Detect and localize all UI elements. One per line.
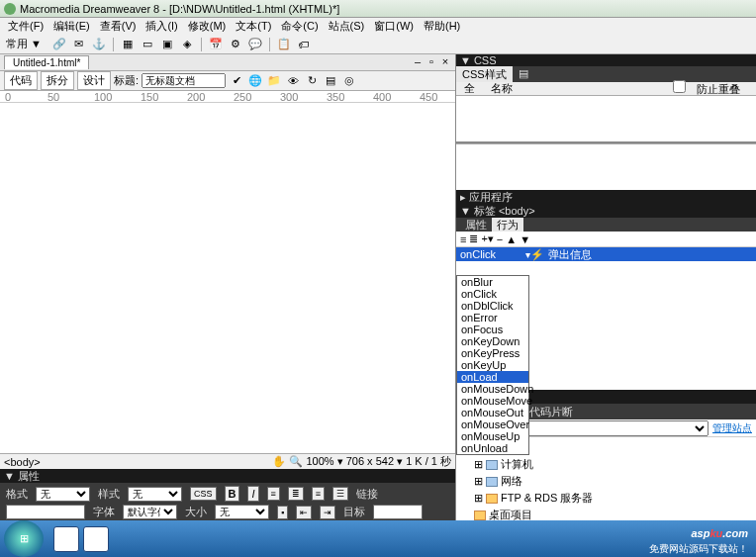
target-input[interactable] [373, 505, 423, 519]
menu-text[interactable]: 文本(T) [232, 19, 275, 34]
add-behavior-icon[interactable]: +▾ [481, 232, 493, 245]
css-button[interactable]: CSS [190, 487, 217, 501]
font-select[interactable]: 默认字体 [123, 505, 177, 519]
move-up-icon[interactable]: ▲ [506, 233, 517, 245]
hyperlink-icon[interactable]: 🔗 [51, 37, 67, 52]
italic-button[interactable]: I [247, 486, 258, 502]
design-canvas[interactable] [0, 103, 455, 453]
refresh-icon[interactable]: ↻ [304, 73, 320, 89]
email-icon[interactable]: ✉ [71, 37, 87, 52]
event-option[interactable]: onLoad [457, 371, 528, 383]
event-option[interactable]: onBlur [457, 276, 528, 288]
event-option[interactable]: onMouseMove [457, 395, 528, 407]
align-left-icon[interactable]: ≡ [267, 487, 280, 501]
tag-selector[interactable]: <body> [4, 456, 41, 468]
color-picker[interactable]: ▪ [277, 506, 288, 519]
action-name-cell[interactable]: 弹出信息 [544, 247, 596, 262]
browser-check-icon[interactable]: 🌐 [247, 73, 263, 89]
zoom-level[interactable]: 100% [306, 455, 333, 467]
dreamweaver-task-icon[interactable] [83, 526, 109, 552]
event-option[interactable]: onMouseOut [457, 407, 528, 418]
window-size[interactable]: 706 x 542 ▾ 1 K / 1 秒 [346, 455, 451, 467]
css-col-all[interactable]: 全 [456, 81, 483, 96]
menu-commands[interactable]: 命令(C) [277, 19, 322, 34]
collapse-icon[interactable]: ▼ [4, 470, 15, 482]
event-option[interactable]: onClick [457, 288, 528, 300]
event-option[interactable]: onMouseUp [457, 430, 528, 442]
expand-icon[interactable]: ⊞ [474, 492, 483, 505]
event-option[interactable]: onKeyDown [457, 335, 528, 347]
document-tab[interactable]: Untitled-1.html* [4, 55, 89, 69]
table-icon[interactable]: ▦ [120, 37, 136, 52]
css-col-name[interactable]: 名称 [483, 81, 520, 96]
event-option[interactable]: onKeyPress [457, 347, 528, 359]
start-button[interactable]: ⊞ [4, 520, 44, 557]
tree-node[interactable]: 网络 [501, 474, 522, 489]
indent-icon[interactable]: ⇥ [320, 506, 335, 519]
collapse-icon[interactable]: ▼ [460, 205, 471, 217]
align-right-icon[interactable]: ≡ [312, 487, 325, 501]
size-select[interactable]: 无 [215, 505, 269, 519]
comment-icon[interactable]: 💬 [247, 37, 263, 52]
image-icon[interactable]: ▣ [159, 37, 175, 52]
bold-button[interactable]: B [225, 486, 240, 502]
style-select[interactable]: 无 [128, 487, 182, 502]
minimize-icon[interactable]: – [412, 56, 424, 68]
css-styles-tab[interactable]: CSS样式 [456, 66, 513, 82]
tree-node[interactable]: FTP & RDS 服务器 [501, 491, 593, 506]
menu-file[interactable]: 文件(F) [4, 19, 47, 34]
prevent-overlap-checkbox[interactable] [673, 80, 686, 93]
toolbar-category[interactable]: 常用 ▼ [6, 37, 42, 51]
expand-icon[interactable]: ⊞ [474, 475, 483, 488]
server-icon[interactable]: ⚙ [228, 37, 243, 52]
event-option[interactable]: onFocus [457, 324, 528, 335]
tree-node[interactable]: 计算机 [501, 457, 533, 472]
menu-insert[interactable]: 插入(I) [142, 19, 181, 34]
align-justify-icon[interactable]: ☰ [332, 487, 348, 501]
menu-edit[interactable]: 编辑(E) [49, 19, 94, 34]
show-set-events-icon[interactable]: ≡ [460, 233, 466, 245]
event-option[interactable]: onUnload [457, 442, 528, 454]
menu-modify[interactable]: 修改(M) [184, 19, 231, 34]
zoom-tool-icon[interactable]: 🔍 [289, 455, 303, 467]
view-options-icon[interactable]: ▤ [323, 73, 338, 89]
event-option[interactable]: onDblClick [457, 300, 528, 312]
tag-icon[interactable]: 🏷 [296, 37, 312, 52]
maximize-icon[interactable]: ▫ [425, 56, 437, 68]
menu-site[interactable]: 站点(S) [325, 19, 369, 34]
event-name-cell[interactable]: onClick [456, 248, 525, 260]
event-dropdown[interactable]: onBlur onClick onDblClick onError onFocu… [456, 275, 529, 455]
preview-icon[interactable]: 👁 [285, 73, 301, 89]
menu-window[interactable]: 窗口(W) [370, 19, 418, 34]
div-icon[interactable]: ▭ [140, 37, 155, 52]
collapse-icon[interactable]: ▸ [460, 191, 466, 204]
split-view-button[interactable]: 拆分 [41, 71, 74, 90]
remove-behavior-icon[interactable]: − [497, 233, 503, 245]
design-view-button[interactable]: 设计 [77, 71, 111, 90]
manage-sites-link[interactable]: 管理站点 [712, 421, 752, 435]
anchor-icon[interactable]: ⚓ [91, 37, 107, 52]
collapse-icon[interactable]: ▼ [460, 54, 471, 66]
hand-tool-icon[interactable]: ✋ [272, 455, 286, 467]
attributes-tab[interactable]: 属性 [460, 218, 492, 232]
visual-aids-icon[interactable]: ◎ [341, 73, 357, 89]
align-center-icon[interactable]: ≣ [288, 487, 304, 501]
expand-icon[interactable]: ⊞ [474, 458, 483, 471]
move-down-icon[interactable]: ▼ [520, 233, 530, 245]
layers-tab-icon[interactable]: ▤ [513, 66, 534, 82]
date-icon[interactable]: 📅 [208, 37, 224, 52]
show-all-events-icon[interactable]: ≣ [469, 232, 478, 245]
templates-icon[interactable]: 📋 [276, 37, 292, 52]
behaviors-tab[interactable]: 行为 [492, 218, 523, 232]
outdent-icon[interactable]: ⇤ [296, 506, 312, 519]
link-input[interactable] [6, 505, 85, 519]
menu-view[interactable]: 查看(V) [96, 19, 141, 34]
validate-icon[interactable]: ✔ [229, 73, 244, 89]
close-icon[interactable]: × [439, 56, 451, 68]
file-mgmt-icon[interactable]: 📁 [266, 73, 282, 89]
title-input[interactable] [142, 73, 226, 88]
event-option[interactable]: onError [457, 312, 528, 324]
code-view-button[interactable]: 代码 [4, 71, 38, 90]
event-option[interactable]: onMouseDown [457, 383, 528, 395]
event-option[interactable]: onMouseOver [457, 418, 528, 430]
